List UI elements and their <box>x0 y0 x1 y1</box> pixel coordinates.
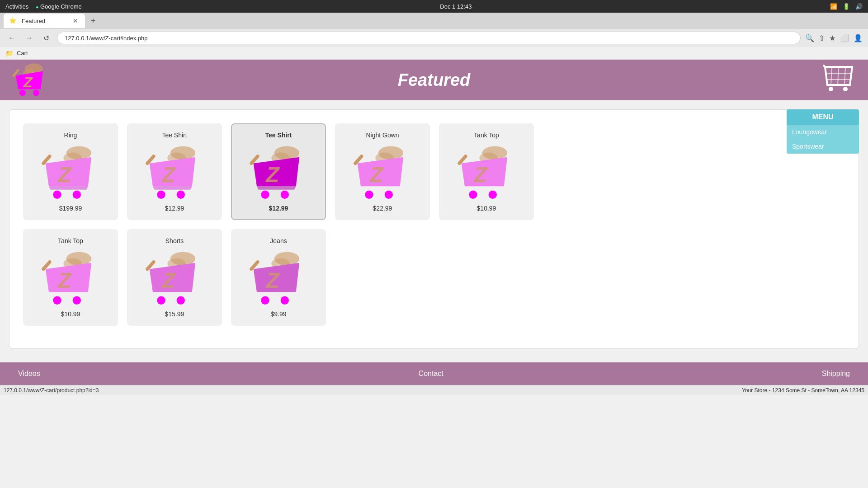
refresh-button[interactable]: ↺ <box>40 32 52 44</box>
product-price: $10.99 <box>61 310 80 318</box>
svg-line-43 <box>459 156 466 164</box>
address-bar: ← → ↺ 🔍 ⇧ ★ ⬜ 👤 <box>0 29 868 47</box>
product-price: $12.99 <box>165 205 184 212</box>
os-datetime: Dec 1 12:43 <box>440 3 472 10</box>
header-cart-icon[interactable] <box>823 65 854 95</box>
product-price: $9.99 <box>270 310 286 318</box>
wifi-icon: 📶 <box>830 3 837 10</box>
product-image: Z <box>34 248 107 307</box>
os-chrome-label: ● Google Chrome <box>36 3 81 10</box>
svg-point-60 <box>281 296 289 305</box>
folder-icon: 📁 <box>5 50 13 57</box>
svg-line-31 <box>251 156 258 164</box>
product-image: Z <box>450 142 523 201</box>
svg-text:Z: Z <box>161 163 176 187</box>
battery-icon: 🔋 <box>843 3 850 10</box>
product-image: Z <box>242 248 315 307</box>
site-logo[interactable]: Z <box>9 62 50 98</box>
products-container: Ring Z $199.99 <box>9 109 859 349</box>
tab-bar: ⭐ Featured ✕ + <box>0 13 868 29</box>
store-info: Your Store - 1234 Some St - SomeTown, AA… <box>742 387 864 394</box>
product-name: Tank Top <box>474 131 499 139</box>
site-title: Featured <box>398 70 470 90</box>
svg-point-23 <box>157 191 165 199</box>
product-name: Jeans <box>270 237 287 244</box>
svg-text:Z: Z <box>57 163 72 187</box>
status-url: 127.0.0.1/www/Z-cart/product.php?id=3 <box>4 387 99 394</box>
back-button[interactable]: ← <box>5 32 18 44</box>
main-content: Ring Z $199.99 <box>0 100 868 358</box>
product-card-nightgown[interactable]: Night Gown Z $22.99 <box>335 123 430 220</box>
svg-line-61 <box>251 262 258 269</box>
svg-line-49 <box>43 262 50 269</box>
svg-point-48 <box>73 296 81 305</box>
product-name: Ring <box>64 131 77 139</box>
product-card-tanktop2[interactable]: Tank Top Z $10.99 <box>23 229 118 326</box>
address-input[interactable] <box>57 32 801 44</box>
svg-point-18 <box>73 191 81 199</box>
menu-title: MENU <box>787 109 859 125</box>
product-card-tee1[interactable]: Tee Shirt Z $12.99 <box>127 123 222 220</box>
svg-point-53 <box>157 296 165 305</box>
profile-icon[interactable]: 👤 <box>854 34 863 42</box>
svg-text:Z: Z <box>57 268 72 292</box>
svg-text:Z: Z <box>265 163 280 187</box>
product-name: Night Gown <box>366 131 399 139</box>
site-footer: Videos Contact Shipping <box>0 362 868 385</box>
svg-line-6 <box>823 65 825 67</box>
new-tab-button[interactable]: + <box>87 14 99 27</box>
product-card-shorts[interactable]: Shorts Z $15.99 <box>127 229 222 326</box>
product-name: Tee Shirt <box>265 131 292 139</box>
cart-bookmark[interactable]: Cart <box>17 50 28 56</box>
svg-line-19 <box>43 156 50 164</box>
os-bar-right: 📶 🔋 🔊 <box>830 3 863 10</box>
product-card-jeans[interactable]: Jeans Z $9.99 <box>231 229 326 326</box>
product-image: Z <box>34 142 107 201</box>
svg-text:Z: Z <box>265 268 280 292</box>
svg-point-17 <box>53 191 61 199</box>
svg-point-42 <box>489 191 497 199</box>
svg-line-5 <box>14 70 18 76</box>
svg-text:Z: Z <box>473 163 488 187</box>
product-card-tanktop1[interactable]: Tank Top Z $10.99 <box>439 123 534 220</box>
svg-point-3 <box>19 90 26 96</box>
search-icon[interactable]: 🔍 <box>805 34 814 42</box>
svg-point-36 <box>385 191 393 199</box>
product-image: Z <box>346 142 419 201</box>
footer-contact-link[interactable]: Contact <box>419 370 443 378</box>
status-bar: 127.0.0.1/www/Z-cart/product.php?id=3 Yo… <box>0 385 868 395</box>
product-card-ring[interactable]: Ring Z $199.99 <box>23 123 118 220</box>
footer-shipping-link[interactable]: Shipping <box>822 370 850 378</box>
bookmarks-bar: 📁 Cart <box>0 47 868 60</box>
forward-button[interactable]: → <box>23 32 35 44</box>
product-price: $199.99 <box>59 205 82 212</box>
extensions-icon[interactable]: ⬜ <box>840 34 849 42</box>
svg-point-59 <box>261 296 269 305</box>
svg-line-11 <box>844 67 845 85</box>
svg-point-24 <box>177 191 185 199</box>
logo-svg: Z <box>9 62 50 96</box>
svg-text:Z: Z <box>161 268 176 292</box>
product-price: $12.99 <box>269 205 288 212</box>
svg-point-4 <box>33 90 39 96</box>
product-image: Z <box>138 142 211 201</box>
menu-item-sportswear[interactable]: Sportswear <box>787 139 859 154</box>
menu-item-loungewear[interactable]: Loungewear <box>787 125 859 139</box>
svg-point-7 <box>829 87 833 91</box>
bookmark-icon[interactable]: ★ <box>829 34 835 42</box>
svg-point-30 <box>281 191 289 199</box>
products-row-1: Ring Z $199.99 <box>23 123 845 220</box>
product-price: $10.99 <box>477 205 496 212</box>
footer-videos-link[interactable]: Videos <box>18 370 40 378</box>
products-row-2: Tank Top Z $10.99 <box>23 229 845 326</box>
os-bar: Activities ● Google Chrome Dec 1 12:43 📶… <box>0 0 868 13</box>
share-icon[interactable]: ⇧ <box>819 34 825 42</box>
tab-favicon: ⭐ <box>9 17 16 24</box>
tab-close-button[interactable]: ✕ <box>71 17 80 25</box>
active-tab[interactable]: ⭐ Featured ✕ <box>4 14 85 28</box>
svg-line-10 <box>838 67 839 85</box>
browser-toolbar-icons: 🔍 ⇧ ★ ⬜ 👤 <box>805 34 863 42</box>
os-bar-left: Activities ● Google Chrome <box>5 3 82 10</box>
os-activities[interactable]: Activities <box>5 3 28 10</box>
product-card-tee2[interactable]: Tee Shirt Z <box>231 123 326 220</box>
